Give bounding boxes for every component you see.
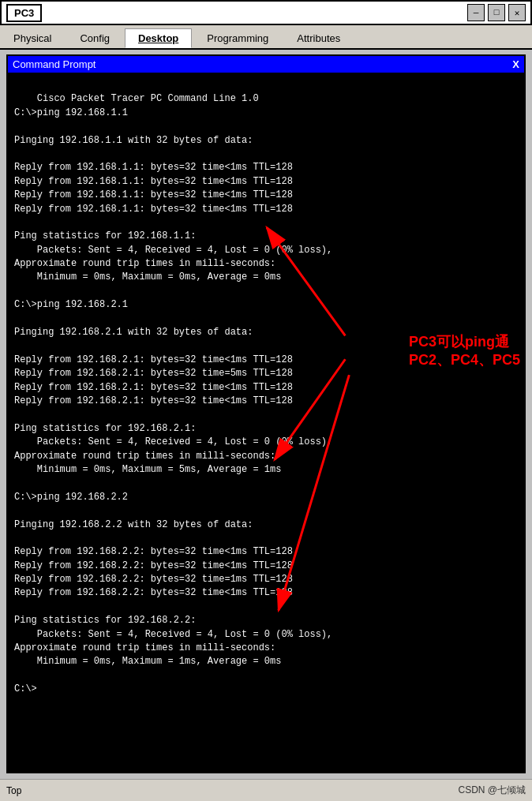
- tab-config[interactable]: Config: [66, 28, 123, 48]
- window-title: PC3: [6, 4, 42, 22]
- bottom-label: Top: [6, 785, 21, 796]
- minimize-button[interactable]: —: [467, 4, 485, 21]
- close-button[interactable]: ✕: [508, 4, 526, 21]
- maximize-button[interactable]: □: [488, 4, 505, 21]
- command-prompt-window: Command Prompt X Cisco Packet Tracer PC …: [6, 54, 526, 773]
- tab-attributes[interactable]: Attributes: [283, 28, 354, 48]
- cmd-title-bar: Command Prompt X: [8, 56, 524, 73]
- title-bar: PC3 — □ ✕: [0, 0, 532, 25]
- tab-physical[interactable]: Physical: [0, 28, 65, 48]
- cmd-close-button[interactable]: X: [512, 58, 519, 70]
- watermark: CSDN @七倾城: [458, 784, 526, 797]
- tab-desktop[interactable]: Desktop: [125, 28, 192, 48]
- cmd-title-label: Command Prompt: [13, 58, 96, 70]
- annotation-text: PC3可以ping通PC2、PC4、PC5: [409, 333, 520, 370]
- tab-programming[interactable]: Programming: [193, 28, 282, 48]
- window-controls: — □ ✕: [467, 4, 526, 21]
- cmd-body[interactable]: Cisco Packet Tracer PC Command Line 1.0 …: [8, 73, 524, 772]
- cmd-content: Cisco Packet Tracer PC Command Line 1.0 …: [14, 93, 332, 694]
- bottom-bar: Top CSDN @七倾城: [0, 779, 532, 801]
- tab-bar: Physical Config Desktop Programming Attr…: [0, 25, 532, 50]
